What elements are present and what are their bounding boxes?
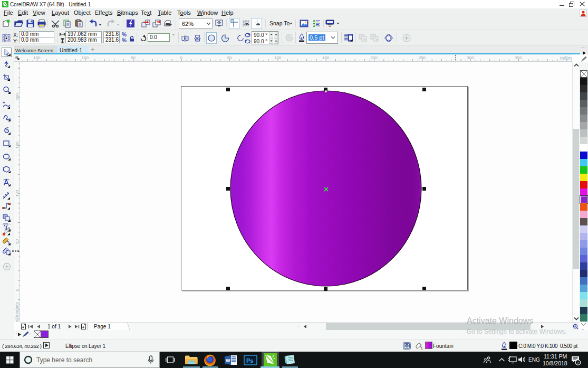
svg-text:350: 350	[515, 55, 522, 60]
svg-text:300: 300	[467, 55, 474, 60]
svg-text:250: 250	[419, 55, 426, 60]
svg-text:200: 200	[15, 93, 20, 100]
svg-text:millimeters: millimeters	[14, 302, 20, 322]
svg-text:150: 150	[33, 55, 41, 60]
svg-text:100: 100	[82, 55, 89, 60]
svg-text:millimeters: millimeters	[560, 55, 572, 61]
svg-text:0: 0	[180, 55, 183, 60]
svg-text:100: 100	[15, 190, 20, 197]
svg-text:100: 100	[274, 55, 282, 60]
svg-text:50: 50	[227, 55, 232, 60]
svg-text:2: 2	[577, 361, 579, 365]
svg-text:200: 200	[370, 55, 378, 60]
svg-text:150: 150	[322, 55, 330, 60]
svg-text:50: 50	[15, 239, 20, 244]
svg-text:0: 0	[15, 288, 20, 291]
svg-text:150: 150	[15, 141, 20, 149]
svg-text:50: 50	[131, 55, 136, 60]
svg-text:Ps: Ps	[246, 357, 253, 364]
svg-text:W: W	[226, 358, 230, 363]
